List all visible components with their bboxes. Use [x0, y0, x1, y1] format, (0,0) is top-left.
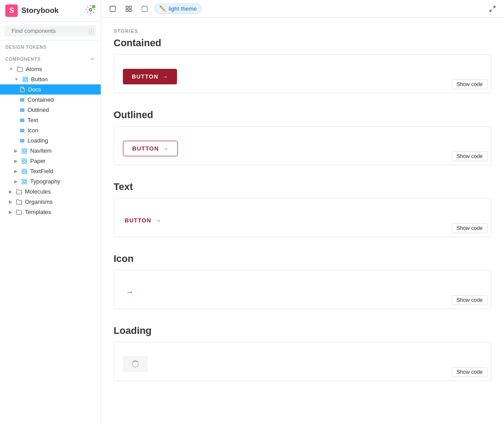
loading-show-code[interactable]: Show code	[452, 367, 488, 377]
loading-button[interactable]	[123, 356, 148, 372]
text-show-code[interactable]: Show code	[452, 223, 488, 233]
contained-label: Contained	[28, 96, 54, 103]
expand-button[interactable]	[486, 3, 499, 15]
loading-title: Loading	[114, 325, 492, 337]
contained-button[interactable]: BUTTON →	[123, 69, 177, 84]
sidebar-item-contained[interactable]: Contained	[0, 95, 101, 105]
logo: S Storybook	[5, 4, 59, 17]
sidebar-item-loading[interactable]: Loading	[0, 135, 101, 146]
button-chevron: ▼	[14, 77, 19, 82]
search-input[interactable]	[12, 28, 86, 34]
view-outline-button[interactable]	[138, 3, 151, 15]
button-component-icon	[22, 76, 28, 83]
loading-story-icon	[20, 138, 25, 143]
templates-chevron: ▶	[9, 210, 12, 214]
atoms-chevron: ▼	[9, 67, 13, 71]
icon-title: Icon	[114, 253, 492, 265]
search-input-wrap[interactable]: /	[4, 25, 96, 36]
search-shortcut: /	[89, 28, 94, 34]
sidebar-item-text[interactable]: Text	[0, 115, 101, 125]
view-single-button[interactable]	[106, 3, 119, 15]
svg-rect-32	[142, 6, 147, 12]
svg-rect-23	[22, 179, 24, 181]
sidebar-item-typography[interactable]: ▶ Typography	[0, 176, 101, 186]
main-content: ✏️ light theme STORIES Contained BUTTON …	[101, 0, 504, 424]
paper-icon	[21, 158, 28, 164]
atoms-folder-icon	[17, 66, 23, 72]
molecules-folder-icon	[16, 189, 22, 195]
outlined-show-code[interactable]: Show code	[452, 151, 488, 161]
navitem-icon	[21, 148, 28, 154]
outlined-button-label: BUTTON	[132, 145, 159, 152]
svg-rect-13	[22, 151, 24, 153]
icon-canvas-inner: →	[123, 281, 482, 303]
svg-rect-24	[25, 179, 27, 181]
sidebar-item-outlined[interactable]: Outlined	[0, 105, 101, 115]
sidebar-item-button[interactable]: ▼ Button	[0, 74, 101, 84]
svg-rect-11	[22, 148, 24, 150]
svg-rect-25	[22, 182, 24, 184]
svg-rect-2	[23, 77, 25, 79]
components-expand-icon[interactable]	[89, 56, 95, 62]
organisms-chevron: ▶	[9, 199, 12, 204]
icon-show-code[interactable]: Show code	[452, 295, 488, 305]
svg-rect-15	[22, 159, 24, 160]
svg-rect-30	[126, 9, 128, 12]
sidebar-item-molecules[interactable]: ▶ Molecules	[0, 186, 101, 197]
story-contained: Contained BUTTON → Show code	[114, 37, 492, 93]
svg-rect-5	[26, 80, 28, 82]
contained-story-icon	[20, 97, 25, 103]
toolbar: ✏️ light theme	[101, 0, 504, 18]
sidebar-header: S Storybook	[0, 0, 101, 22]
sidebar-item-organisms[interactable]: ▶ Organisms	[0, 197, 101, 207]
svg-rect-6	[20, 98, 24, 102]
sidebar-item-atoms[interactable]: ▼ Atoms	[0, 64, 101, 74]
text-title: Text	[114, 181, 492, 193]
svg-rect-21	[22, 172, 24, 174]
story-text: Text BUTTON → Show code	[114, 181, 492, 237]
stories-content: STORIES Contained BUTTON → Show code Out…	[101, 18, 504, 408]
outlined-canvas-inner: BUTTON →	[123, 137, 482, 159]
textfield-icon	[21, 168, 28, 174]
outlined-button-arrow: →	[162, 145, 169, 152]
loading-canvas: Show code	[114, 342, 492, 381]
docs-icon	[20, 87, 25, 92]
icon-canvas: → Show code	[114, 270, 492, 309]
app-name: Storybook	[21, 6, 59, 15]
atoms-label: Atoms	[26, 66, 42, 72]
svg-rect-16	[25, 159, 27, 160]
navitem-label: NavItem	[30, 147, 51, 154]
sidebar-item-icon[interactable]: Icon	[0, 125, 101, 135]
svg-rect-17	[22, 162, 24, 163]
contained-button-label: BUTTON	[132, 73, 158, 80]
svg-rect-20	[25, 169, 27, 170]
svg-rect-3	[26, 77, 28, 79]
typography-label: Typography	[30, 178, 60, 185]
svg-rect-4	[23, 80, 25, 82]
sidebar-item-textfield[interactable]: ▶ TextField	[0, 166, 101, 176]
contained-canvas-inner: BUTTON →	[123, 65, 482, 87]
sidebar-item-templates[interactable]: ▶ Templates	[0, 207, 101, 217]
svg-rect-10	[20, 139, 24, 143]
sidebar-item-navitem[interactable]: ▶ NavItem	[0, 146, 101, 156]
sidebar-item-docs[interactable]: Docs	[0, 84, 101, 95]
outlined-story-icon	[20, 107, 25, 113]
stories-label: STORIES	[114, 28, 492, 34]
outlined-button[interactable]: BUTTON →	[123, 141, 178, 156]
contained-title: Contained	[114, 37, 492, 49]
svg-rect-18	[25, 162, 27, 163]
svg-point-0	[89, 8, 92, 11]
sidebar: S Storybook / DESIGN TOKENS COMPONENTS	[0, 0, 101, 424]
contained-show-code[interactable]: Show code	[452, 79, 488, 89]
svg-rect-22	[25, 172, 27, 174]
svg-rect-26	[25, 182, 27, 184]
icon-button[interactable]: →	[123, 285, 136, 300]
theme-label: light theme	[169, 5, 197, 12]
loading-spinner	[132, 361, 139, 368]
theme-pencil-icon: ✏️	[159, 5, 166, 12]
search-container: /	[0, 22, 101, 40]
view-grid-button[interactable]	[122, 3, 135, 15]
theme-button[interactable]: ✏️ light theme	[154, 4, 202, 14]
text-button[interactable]: BUTTON →	[123, 213, 163, 228]
sidebar-item-paper[interactable]: ▶ Paper	[0, 156, 101, 166]
